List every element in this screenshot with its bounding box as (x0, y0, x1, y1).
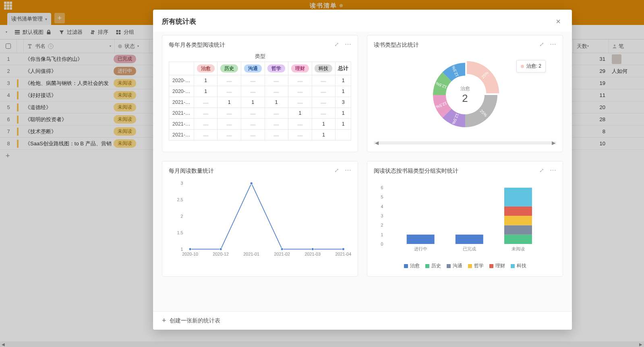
donut-scrollbar[interactable]: ◀▶ (374, 141, 556, 145)
legend-item[interactable]: 沟通 (447, 263, 462, 269)
donut-chart: 25%25%12.5%12.5%12.5%12.5% 治愈 2 治愈: 2 (374, 53, 556, 137)
svg-point-31 (342, 248, 344, 250)
more-icon[interactable] (345, 41, 351, 49)
svg-rect-40 (407, 235, 435, 244)
svg-text:1: 1 (381, 232, 383, 237)
card-pivot-title: 每年月各类型阅读统计 (169, 41, 225, 49)
svg-text:2: 2 (381, 223, 383, 227)
svg-point-21 (189, 248, 191, 250)
svg-text:0: 0 (381, 242, 383, 246)
legend-item[interactable]: 哲学 (468, 263, 484, 269)
svg-rect-48 (504, 188, 532, 207)
svg-text:未阅读: 未阅读 (511, 246, 525, 251)
svg-text:2020-10: 2020-10 (182, 252, 198, 256)
card-donut: 读书类型占比统计 25%25%12.5%12.5%12.5%12.5% 治愈 2… (367, 35, 563, 152)
expand-icon[interactable] (539, 167, 544, 175)
svg-text:5: 5 (381, 194, 383, 199)
svg-rect-46 (504, 216, 532, 225)
pivot-table: 治愈 历史 沟通 哲学 理财 科技 总计 2020-…112020-…11202… (169, 62, 351, 140)
legend-item[interactable]: 科技 (511, 263, 526, 269)
svg-rect-42 (456, 235, 483, 244)
svg-rect-45 (504, 225, 532, 234)
more-icon[interactable] (345, 167, 351, 175)
svg-rect-44 (504, 235, 532, 244)
pivot-superheader: 类型 (169, 53, 351, 60)
more-icon[interactable] (550, 41, 556, 49)
svg-text:2021-02: 2021-02 (274, 252, 290, 256)
svg-text:3: 3 (381, 213, 383, 218)
svg-rect-47 (504, 207, 532, 216)
svg-point-23 (219, 248, 222, 250)
legend-item[interactable]: 治愈 (404, 263, 420, 269)
svg-text:2021-03: 2021-03 (304, 252, 321, 256)
card-line: 每月阅读数量统计 11.522.532020-102020-122021-012… (162, 161, 358, 277)
svg-text:2.5: 2.5 (177, 197, 183, 202)
card-pivot: 每年月各类型阅读统计 类型 治愈 历史 沟通 哲学 理财 科技 (162, 35, 358, 152)
svg-text:6: 6 (381, 185, 383, 190)
svg-text:2020-12: 2020-12 (213, 252, 229, 256)
svg-point-29 (311, 248, 314, 250)
svg-text:2: 2 (180, 214, 183, 219)
expand-icon[interactable] (539, 41, 544, 49)
svg-text:1.5: 1.5 (177, 230, 183, 235)
donut-center: 治愈 2 (460, 85, 470, 105)
line-chart: 11.522.532020-102020-122021-012021-02202… (169, 179, 351, 259)
svg-text:2021-04: 2021-04 (335, 252, 351, 256)
close-icon[interactable]: × (553, 16, 563, 27)
card-bar-title: 阅读状态按书籍类型分组实时统计 (374, 167, 458, 175)
svg-point-27 (281, 248, 283, 250)
svg-text:4: 4 (381, 204, 383, 209)
modal-title: 所有统计表 (162, 17, 196, 26)
bar-legend: 治愈历史沟通哲学理财科技 (374, 263, 556, 269)
plus-icon: + (162, 316, 166, 325)
create-chart-button[interactable]: + 创建一张新的统计表 (153, 311, 572, 330)
svg-text:2021-01: 2021-01 (243, 252, 259, 256)
card-donut-title: 读书类型占比统计 (374, 41, 419, 49)
legend-item[interactable]: 理财 (489, 263, 505, 269)
stats-modal: 所有统计表 × 每年月各类型阅读统计 类型 治愈 历史 沟通 (153, 10, 572, 330)
bar-chart: 0123456进行中已完成未阅读 (374, 179, 556, 259)
svg-point-25 (250, 182, 253, 184)
card-bar: 阅读状态按书籍类型分组实时统计 0123456进行中已完成未阅读 治愈历史沟通哲… (367, 161, 563, 277)
svg-text:1: 1 (180, 247, 183, 252)
legend-item[interactable]: 历史 (425, 263, 441, 269)
expand-icon[interactable] (334, 167, 339, 175)
donut-tooltip: 治愈: 2 (516, 60, 546, 72)
svg-text:已完成: 已完成 (463, 246, 476, 251)
expand-icon[interactable] (334, 41, 339, 49)
svg-text:3: 3 (180, 181, 183, 186)
card-line-title: 每月阅读数量统计 (169, 167, 214, 175)
more-icon[interactable] (550, 167, 556, 175)
svg-text:进行中: 进行中 (414, 246, 427, 251)
